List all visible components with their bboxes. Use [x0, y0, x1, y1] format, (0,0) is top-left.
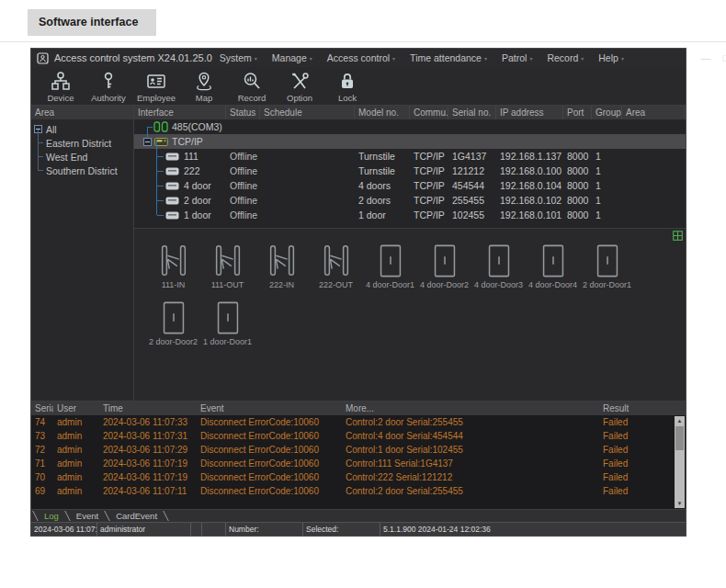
minimize-button[interactable]: —	[696, 52, 716, 64]
device-ip: 192.168.1.137	[496, 151, 563, 162]
status-bar: 2024-03-06 11:07:33 administrator Number…	[31, 522, 686, 536]
device-status: Offline	[226, 209, 260, 220]
col-model-no: Model no.	[355, 106, 410, 119]
lock-button[interactable]: Lock	[323, 70, 371, 103]
tree-connector-line	[156, 141, 157, 215]
collapse-toggle-icon[interactable]	[143, 138, 152, 146]
door-item-4door-door2[interactable]: 4 door-Door2	[418, 243, 471, 289]
menu-bar: System Manage Access control Time attend…	[212, 52, 631, 63]
col-group: Group	[592, 106, 622, 119]
controller-icon	[165, 153, 179, 161]
employee-button[interactable]: Employee	[132, 70, 180, 103]
area-tree-root-all[interactable]: All	[31, 122, 133, 136]
col-status: Status	[226, 106, 260, 119]
door-label: 111-IN	[162, 280, 186, 289]
door-item-4door-door4[interactable]: 4 door-Door4	[527, 243, 579, 289]
menu-help[interactable]: Help	[591, 52, 631, 63]
turnstile-icon	[156, 243, 191, 278]
hub-name: TCP/IP	[172, 136, 203, 147]
log-more: Control:2 door Serial:255455	[342, 486, 599, 496]
map-button[interactable]: Map	[180, 70, 228, 103]
log-event: Disconnect ErrorCode:10060	[197, 417, 342, 427]
area-panel-header: Area	[31, 106, 133, 119]
log-scrollbar[interactable]: ▲ ▼	[675, 416, 685, 508]
device-name: 222	[184, 165, 200, 176]
log-row[interactable]: 72 admin 2024-03-06 11:07:29 Disconnect …	[31, 443, 686, 457]
table-row-485-bus[interactable]: 485(COM3)	[134, 119, 686, 134]
option-button[interactable]: Option	[276, 70, 323, 103]
area-item-west-end[interactable]: West End	[31, 150, 133, 164]
door-item-4door-door3[interactable]: 4 door-Door3	[472, 243, 525, 289]
log-user: admin	[53, 417, 99, 427]
controller-icon	[165, 167, 179, 175]
log-row[interactable]: 70 admin 2024-03-06 11:07:19 Disconnect …	[31, 470, 686, 484]
device-status: Offline	[226, 151, 260, 162]
door-item-2door-door1[interactable]: 2 door-Door1	[581, 243, 633, 289]
door-item-222-out[interactable]: 222-OUT	[310, 243, 362, 289]
area-item-eastern-district[interactable]: Eastern District	[31, 136, 133, 150]
device-serial: 121212	[448, 165, 496, 176]
table-row-device-4door[interactable]: 4 door Offline 4 doors TCP/IP 454544 192…	[134, 178, 686, 193]
scroll-down-icon[interactable]: ▼	[675, 499, 685, 508]
authority-button[interactable]: Authority	[85, 70, 132, 103]
door-item-2door-door2[interactable]: 2 door-Door2	[147, 300, 199, 346]
log-table-header: Serial ... User Time Event More... Resul…	[31, 401, 686, 415]
device-commu: TCP/IP	[410, 209, 448, 220]
log-row[interactable]: 71 admin 2024-03-06 11:07:19 Disconnect …	[31, 457, 686, 470]
device-network-icon	[50, 70, 72, 92]
table-row-device-1door[interactable]: 1 door Offline 1 door TCP/IP 102455 192.…	[134, 208, 686, 222]
col-event: Event	[197, 401, 342, 415]
log-row[interactable]: 74 admin 2024-03-06 11:07:33 Disconnect …	[31, 415, 686, 429]
door-label: 111-OUT	[211, 280, 244, 289]
view-grid-icon[interactable]	[673, 231, 683, 241]
maximize-button[interactable]: □	[716, 52, 726, 64]
menu-record[interactable]: Record	[539, 52, 591, 63]
menu-access-control[interactable]: Access control	[320, 52, 403, 63]
log-row[interactable]: 69 admin 2024-03-06 11:07:11 Disconnect …	[31, 484, 686, 498]
menu-system[interactable]: System	[212, 52, 265, 63]
log-result: Failed	[599, 431, 686, 441]
table-row-device-222[interactable]: 222 Offline Turnstile TCP/IP 121212 192.…	[134, 164, 686, 178]
table-row-tcpip-hub[interactable]: TCP/IP	[134, 134, 686, 149]
device-ip: 192.168.0.101	[496, 209, 563, 220]
tool-label: Device	[47, 93, 74, 103]
col-result: Result	[599, 401, 686, 415]
device-port: 8000	[563, 165, 592, 176]
log-user: admin	[53, 445, 99, 455]
door-item-111-out[interactable]: 111-OUT	[201, 243, 254, 289]
tab-event[interactable]: Event	[68, 510, 107, 522]
log-row[interactable]: 73 admin 2024-03-06 11:07:31 Disconnect …	[31, 429, 686, 443]
device-name: 2 door	[184, 195, 211, 206]
menu-manage[interactable]: Manage	[265, 52, 320, 63]
table-row-device-2door[interactable]: 2 door Offline 2 doors TCP/IP 255455 192…	[134, 193, 686, 208]
log-result: Failed	[599, 472, 686, 482]
tab-cardevent[interactable]: CardEvent	[108, 510, 165, 522]
door-label: 2 door-Door2	[149, 337, 198, 346]
door-item-222-in[interactable]: 222-IN	[255, 243, 308, 289]
scrollbar-thumb[interactable]	[675, 426, 684, 450]
bottom-tab-strip: Log Event CardEvent	[31, 509, 686, 522]
controller-icon	[165, 197, 179, 205]
menu-time-attendance[interactable]: Time attendance	[403, 52, 494, 63]
log-event: Disconnect ErrorCode:10060	[197, 445, 342, 455]
door-label: 1 door-Door1	[203, 337, 252, 346]
tab-log[interactable]: Log	[36, 510, 67, 522]
door-item-111-in[interactable]: 111-IN	[147, 243, 199, 289]
device-model: Turnstile	[355, 165, 410, 176]
tree-connector-line	[157, 171, 164, 172]
record-button[interactable]: Record	[228, 70, 276, 103]
table-row-device-111[interactable]: 111 Offline Turnstile TCP/IP 1G4137 192.…	[134, 149, 686, 164]
log-more: Control:2 door Serial:255455	[342, 417, 599, 427]
menu-patrol[interactable]: Patrol	[494, 52, 539, 63]
device-model: 4 doors	[355, 180, 410, 191]
device-button[interactable]: Device	[37, 70, 85, 103]
door-item-4door-door1[interactable]: 4 door-Door1	[364, 243, 416, 289]
bus-name: 485(COM3)	[172, 121, 222, 132]
tools-icon	[289, 70, 311, 92]
log-result: Failed	[599, 486, 686, 496]
log-time: 2024-03-06 11:07:19	[99, 458, 197, 469]
door-item-1door-door1[interactable]: 1 door-Door1	[201, 300, 254, 346]
scroll-up-icon[interactable]: ▲	[675, 416, 685, 425]
area-item-southern-district[interactable]: Southern District	[31, 164, 133, 177]
log-event: Disconnect ErrorCode:10060	[197, 472, 342, 482]
